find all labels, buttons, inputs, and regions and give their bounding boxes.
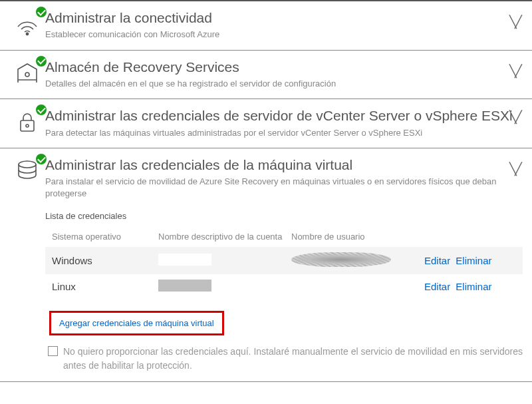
delete-link[interactable]: Eliminar bbox=[456, 281, 491, 292]
database-icon-wrap bbox=[9, 156, 45, 184]
credentials-row: Linux Editar Eliminar bbox=[45, 274, 523, 299]
col-user-header: Nombre de usuario bbox=[291, 232, 424, 242]
cred-friendly-redacted bbox=[158, 280, 291, 294]
section-subtitle: Para detectar las máquinas virtuales adm… bbox=[45, 127, 523, 139]
section-connectivity[interactable]: Administrar la conectividad Establecer c… bbox=[0, 0, 532, 50]
chevron-down-icon[interactable]: ╲╱ bbox=[509, 162, 520, 176]
section-vault[interactable]: Almacén de Recovery Services Detalles de… bbox=[0, 50, 532, 99]
section-vcenter-credentials[interactable]: Administrar las credenciales de servidor… bbox=[0, 99, 532, 148]
lock-icon-wrap bbox=[9, 107, 45, 135]
svg-point-6 bbox=[19, 161, 36, 168]
edit-link[interactable]: Editar bbox=[424, 281, 450, 292]
chevron-down-icon[interactable]: ╲╱ bbox=[509, 15, 520, 29]
chevron-down-icon[interactable]: ╲╱ bbox=[509, 64, 520, 79]
credentials-detail: Lista de credenciales Sistema operativo … bbox=[45, 211, 523, 372]
status-check-icon bbox=[35, 55, 48, 68]
cred-os: Windows bbox=[52, 255, 158, 266]
section-subtitle: Para instalar el servicio de movilidad d… bbox=[45, 176, 523, 199]
add-vm-credentials-link[interactable]: Agregar credenciales de máquina virtual bbox=[49, 311, 224, 335]
credentials-row: Windows Editar Eliminar bbox=[45, 247, 523, 274]
cred-os: Linux bbox=[52, 281, 158, 292]
opt-out-row: No quiero proporcionar las credenciales … bbox=[45, 345, 523, 372]
section-subtitle: Detalles del almacén en el que se ha reg… bbox=[45, 78, 523, 90]
svg-point-1 bbox=[25, 73, 29, 77]
opt-out-text: No quiero proporcionar las credenciales … bbox=[63, 345, 523, 372]
wifi-icon-wrap bbox=[9, 9, 45, 37]
edit-link[interactable]: Editar bbox=[424, 255, 450, 266]
cred-user-redacted bbox=[291, 252, 424, 269]
vault-icon-wrap bbox=[9, 59, 45, 87]
chevron-down-icon[interactable]: ╲╱ bbox=[509, 110, 520, 124]
delete-link[interactable]: Eliminar bbox=[456, 255, 491, 266]
opt-out-checkbox[interactable] bbox=[48, 346, 58, 356]
section-title: Almacén de Recovery Services bbox=[45, 59, 523, 75]
svg-point-0 bbox=[26, 33, 28, 35]
col-friendly-header: Nombre descriptivo de la cuenta bbox=[158, 232, 291, 242]
status-check-icon bbox=[35, 5, 48, 19]
credentials-list-heading: Lista de credenciales bbox=[45, 211, 523, 221]
svg-point-5 bbox=[26, 124, 29, 127]
section-title: Administrar las credenciales de servidor… bbox=[45, 107, 523, 124]
svg-rect-4 bbox=[21, 120, 34, 131]
col-os-header: Sistema operativo bbox=[52, 232, 158, 242]
credentials-table-header: Sistema operativo Nombre descriptivo de … bbox=[45, 228, 523, 247]
section-title: Administrar las credenciales de la máqui… bbox=[45, 156, 523, 173]
section-subtitle: Establecer comunicación con Microsoft Az… bbox=[45, 29, 523, 41]
cred-friendly-redacted bbox=[158, 254, 291, 268]
section-vm-credentials: Administrar las credenciales de la máqui… bbox=[0, 148, 532, 382]
section-title: Administrar la conectividad bbox=[45, 9, 523, 26]
